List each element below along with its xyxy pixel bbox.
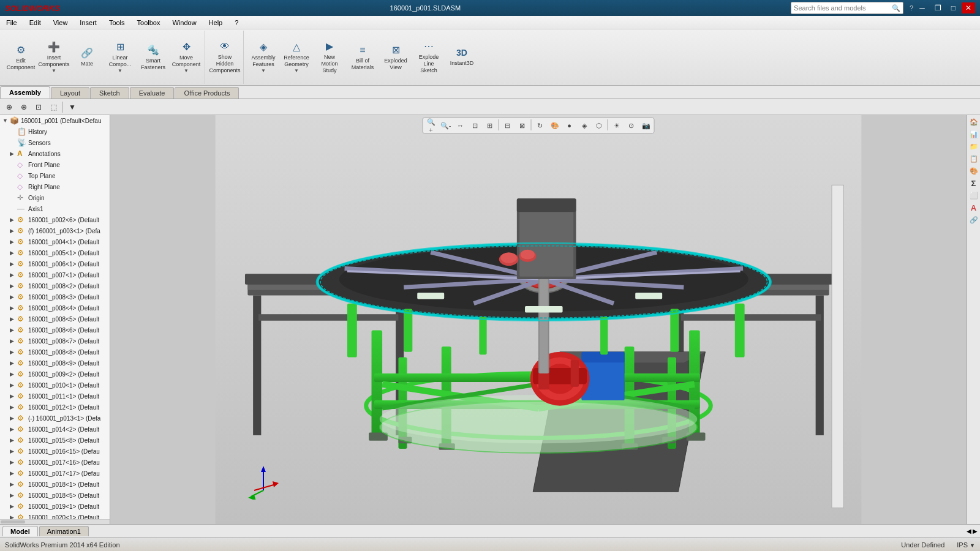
zoom-fit-button[interactable]: ↔ <box>454 119 467 132</box>
menu-tools[interactable]: Tools <box>103 16 131 29</box>
zoom-in-button[interactable]: 🔍+ <box>424 119 438 132</box>
tree-expand-p010[interactable]: ▶ <box>10 382 17 388</box>
maximize-button[interactable]: □ <box>948 2 959 13</box>
tree-expand-p017-16[interactable]: ▶ <box>10 459 17 465</box>
right-btn-link[interactable]: 🔗 <box>968 214 979 225</box>
bottom-tab-model[interactable]: Model <box>2 526 38 536</box>
bill-of-materials-button[interactable]: ≡ Bill ofMaterials <box>347 33 379 82</box>
tree-item-p017-16[interactable]: ▶ ⚙ 160001_p017<16> (Defau <box>0 457 110 468</box>
tree-expand-p004[interactable]: ▶ <box>10 239 17 245</box>
view-display-button[interactable]: ● <box>563 119 576 132</box>
tree-expand-p003[interactable]: ▶ <box>10 228 17 234</box>
menu-window[interactable]: Window <box>166 16 202 29</box>
tree-item-p006[interactable]: ▶ ⚙ 160001_p006<1> (Default <box>0 258 110 269</box>
tab-layout[interactable]: Layout <box>51 87 89 99</box>
tree-item-p008-6[interactable]: ▶ ⚙ 160001_p008<6> (Default <box>0 324 110 335</box>
edit-component-button[interactable]: ⚙ EditComponent <box>5 33 37 82</box>
tree-item-p009-2[interactable]: ▶ ⚙ 160001_p009<2> (Default <box>0 369 110 380</box>
tree-item-top-plane[interactable]: ◇ Top Plane <box>0 170 110 181</box>
tree-expand-p008-3[interactable]: ▶ <box>10 294 17 300</box>
sec-btn-3[interactable]: ⊡ <box>32 101 45 113</box>
tree-item-axis1[interactable]: — Axis1 <box>0 203 110 214</box>
tree-item-p015[interactable]: ▶ ⚙ 160001_p015<8> (Default <box>0 435 110 446</box>
tab-evaluate[interactable]: Evaluate <box>130 87 175 99</box>
view-btn-4[interactable]: ⊡ <box>469 119 482 132</box>
tree-expand-p008-5[interactable]: ▶ <box>10 316 17 322</box>
tree-item-p008-9[interactable]: ▶ ⚙ 160001_p008<9> (Default <box>0 358 110 369</box>
right-btn-clipboard[interactable]: 📋 <box>968 153 979 164</box>
sec-btn-filter[interactable]: ▼ <box>66 101 79 113</box>
tree-item-p008-2[interactable]: ▶ ⚙ 160001_p008<2> (Default <box>0 280 110 291</box>
view-display-3[interactable]: ⬡ <box>592 119 606 132</box>
move-component-button[interactable]: ✥ MoveComponent ▼ <box>170 33 202 82</box>
tree-item-p020[interactable]: ▶ ⚙ 160001_p020<1> (Default <box>0 512 110 519</box>
horizontal-scrollbar[interactable] <box>0 519 110 524</box>
tree-item-right-plane[interactable]: ◇ Right Plane <box>0 181 110 192</box>
tree-expand-p017-17[interactable]: ▶ <box>10 470 17 476</box>
tree-expand-p007[interactable]: ▶ <box>10 272 17 278</box>
tree-item-p005[interactable]: ▶ ⚙ 160001_p005<1> (Default <box>0 247 110 258</box>
tree-item-p004[interactable]: ▶ ⚙ 160001_p004<1> (Default <box>0 236 110 247</box>
right-btn-sigma[interactable]: Σ <box>968 178 979 189</box>
tree-expand-p002[interactable]: ▶ <box>10 217 17 223</box>
reference-geometry-button[interactable]: △ ReferenceGeometry ▼ <box>281 33 312 82</box>
tree-expand-p008-4[interactable]: ▶ <box>10 305 17 311</box>
tree-root[interactable]: ▼ 📦 160001_p001 (Default<Defau <box>0 115 110 126</box>
exploded-view-button[interactable]: ⊠ ExplodedView <box>380 33 412 82</box>
tab-sketch[interactable]: Sketch <box>90 87 129 99</box>
tree-item-p010[interactable]: ▶ ⚙ 160001_p010<1> (Default <box>0 380 110 391</box>
tree-expand-p012[interactable]: ▶ <box>10 404 17 410</box>
view-btn-5[interactable]: ⊞ <box>483 119 497 132</box>
right-btn-color[interactable]: 🎨 <box>968 165 979 176</box>
menu-insert[interactable]: Insert <box>74 16 103 29</box>
3d-model-viewport[interactable] <box>110 115 967 524</box>
view-cameras-button[interactable]: 📷 <box>639 119 653 132</box>
view-color-button[interactable]: 🎨 <box>548 119 562 132</box>
tree-item-front-plane[interactable]: ◇ Front Plane <box>0 159 110 170</box>
tree-item-p017-17[interactable]: ▶ ⚙ 160001_p017<17> (Defau <box>0 468 110 479</box>
insert-components-button[interactable]: ➕ InsertComponents ▼ <box>38 33 70 82</box>
tree-expand-p005[interactable]: ▶ <box>10 250 17 256</box>
tree-expand-p008-6[interactable]: ▶ <box>10 327 17 333</box>
instant3d-button[interactable]: 3D Instant3D <box>446 33 478 82</box>
tree-expand-annotations[interactable]: ▶ <box>10 151 17 157</box>
tree-item-p008-8[interactable]: ▶ ⚙ 160001_p008<8> (Default <box>0 347 110 358</box>
tree-expand-root[interactable]: ▼ <box>2 118 10 124</box>
tree-expand-p016[interactable]: ▶ <box>10 448 17 454</box>
view-btn-7[interactable]: ⊠ <box>516 119 529 132</box>
right-btn-stats[interactable]: 📊 <box>968 129 979 140</box>
sec-btn-4[interactable]: ⬚ <box>47 101 60 113</box>
smart-fasteners-button[interactable]: 🔩 SmartFasteners <box>137 33 169 82</box>
tree-item-p003[interactable]: ▶ ⚙ (f) 160001_p003<1> (Defa <box>0 225 110 236</box>
scroll-left-btn[interactable]: ◀ <box>967 528 971 534</box>
tab-assembly[interactable]: Assembly <box>0 86 50 99</box>
tree-item-p018-5[interactable]: ▶ ⚙ 160001_p018<5> (Default <box>0 490 110 501</box>
tree-expand-p008-8[interactable]: ▶ <box>10 349 17 355</box>
tree-expand-p008-7[interactable]: ▶ <box>10 338 17 344</box>
view-rotate-button[interactable]: ↻ <box>533 119 547 132</box>
mate-button[interactable]: 🔗 Mate <box>71 33 103 82</box>
right-btn-files[interactable]: 📁 <box>968 141 979 152</box>
tree-item-annotations[interactable]: ▶ A Annotations <box>0 148 110 159</box>
tree-item-p016[interactable]: ▶ ⚙ 160001_p016<15> (Defau <box>0 446 110 457</box>
assembly-features-button[interactable]: ◈ AssemblyFeatures ▼ <box>247 33 279 82</box>
right-btn-home[interactable]: 🏠 <box>968 116 979 127</box>
tree-expand-p014[interactable]: ▶ <box>10 426 17 432</box>
tree-item-p013[interactable]: ▶ ⚙ (-) 160001_p013<1> (Defa <box>0 413 110 424</box>
menu-question[interactable]: ? <box>228 16 244 29</box>
right-btn-square[interactable]: ⬜ <box>968 190 979 201</box>
tree-item-p018-1[interactable]: ▶ ⚙ 160001_p018<1> (Default <box>0 479 110 490</box>
menu-edit[interactable]: Edit <box>23 16 47 29</box>
sec-btn-1[interactable]: ⊕ <box>2 101 16 113</box>
restore-button[interactable]: ❐ <box>931 2 945 13</box>
tree-expand-p018-1[interactable]: ▶ <box>10 481 17 487</box>
tree-item-p008-3[interactable]: ▶ ⚙ 160001_p008<3> (Default <box>0 291 110 302</box>
search-input[interactable] <box>794 4 892 12</box>
tree-expand-p013[interactable]: ▶ <box>10 415 17 421</box>
sec-btn-2[interactable]: ⊕ <box>17 101 31 113</box>
tree-item-p008-5[interactable]: ▶ ⚙ 160001_p008<5> (Default <box>0 313 110 324</box>
view-lights-button[interactable]: ☀ <box>610 119 624 132</box>
scroll-right-btn[interactable]: ▶ <box>973 528 978 534</box>
zoom-out-button[interactable]: 🔍- <box>439 119 453 132</box>
tree-expand-p015[interactable]: ▶ <box>10 437 17 443</box>
